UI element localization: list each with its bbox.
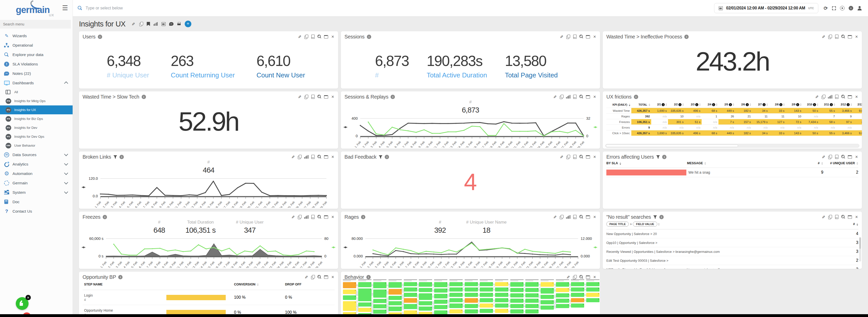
close-icon[interactable] <box>854 34 859 39</box>
sidebar-item-dashboards[interactable]: Dashboards <box>0 78 72 88</box>
window-icon[interactable] <box>586 34 590 39</box>
sidebar-search-input[interactable] <box>0 20 71 29</box>
pencil-icon[interactable] <box>304 275 309 279</box>
sidebar-item-doc[interactable]: Doc <box>0 197 72 207</box>
csv-icon[interactable] <box>311 215 315 219</box>
pencil-icon[interactable] <box>821 215 826 219</box>
refresh-icon[interactable] <box>824 6 828 10</box>
copy-icon[interactable] <box>566 155 570 159</box>
zoom-icon[interactable]: + <box>579 94 584 99</box>
window-icon[interactable] <box>586 155 590 159</box>
csv-icon[interactable] <box>311 155 315 159</box>
feedback-close-icon[interactable]: ✕ <box>26 295 31 300</box>
day-header[interactable]: 2/9 i <box>786 101 803 108</box>
column-header[interactable]: # UNIQUE USER <box>823 161 858 165</box>
zoom-icon[interactable]: + <box>317 94 322 99</box>
day-header[interactable]: 2/4 i <box>702 101 718 108</box>
zoom-icon[interactable]: + <box>841 94 845 99</box>
copy-icon[interactable] <box>821 94 826 99</box>
zoom-icon[interactable]: + <box>579 275 584 279</box>
sidebar-item-system[interactable]: System <box>0 188 72 197</box>
chevron-down-icon[interactable] <box>64 190 68 194</box>
comment-dark-icon[interactable] <box>169 22 174 26</box>
window-icon[interactable] <box>848 215 852 219</box>
printer-icon[interactable] <box>177 22 181 26</box>
zoom-icon[interactable]: + <box>841 215 845 219</box>
pencil-icon[interactable] <box>297 34 302 39</box>
copy-icon[interactable] <box>304 94 309 99</box>
fullscreen-icon[interactable] <box>832 6 836 10</box>
close-icon[interactable] <box>854 215 859 219</box>
pencil-icon[interactable] <box>559 155 564 159</box>
info-icon[interactable] <box>367 35 371 39</box>
sidebar-item-all[interactable]: All <box>0 88 72 96</box>
bars-icon[interactable] <box>153 22 158 26</box>
bars-icon[interactable] <box>304 155 309 159</box>
total-header[interactable]: TOTAL <box>631 101 651 108</box>
info-icon[interactable] <box>103 215 107 219</box>
sidebar-item-analytics[interactable]: Analytics <box>0 159 72 169</box>
sidebar-item-insights-for-dev[interactable]: IFDInsights for Dev <box>0 123 72 132</box>
close-icon[interactable] <box>331 155 335 159</box>
sidebar-item-automation[interactable]: Automation <box>0 169 72 178</box>
sidebar-item-insights-for-dev-ops[interactable]: IFDInsights for Dev Ops <box>0 132 72 141</box>
pencil-icon[interactable] <box>131 22 135 26</box>
sidebar-item-user-behavior[interactable]: UBEUser Behavior <box>0 141 72 150</box>
copy-icon[interactable] <box>828 215 832 219</box>
filter-icon[interactable] <box>379 155 382 159</box>
day-header[interactable]: 2/2 i <box>668 101 685 108</box>
pencil-icon[interactable] <box>559 34 564 39</box>
close-icon[interactable] <box>592 275 597 279</box>
copy-icon[interactable] <box>297 215 302 219</box>
window-icon[interactable] <box>324 155 329 159</box>
copy-icon[interactable] <box>828 155 832 159</box>
close-icon[interactable] <box>592 34 597 39</box>
csv-icon[interactable] <box>572 34 577 39</box>
info-icon[interactable] <box>142 95 146 99</box>
sidebar-item-insights-for-ux[interactable]: IFUInsights for UX <box>0 105 72 114</box>
chevron-down-icon[interactable] <box>64 171 68 175</box>
csv-icon[interactable] <box>834 215 839 219</box>
column-header[interactable]: STEP NAME <box>83 282 165 287</box>
user-icon[interactable] <box>857 6 862 10</box>
sort-icon[interactable] <box>658 223 660 226</box>
pencil-icon[interactable] <box>821 34 826 39</box>
list-item[interactable]: New Opportunity | Salesforce > 204 <box>606 229 858 238</box>
zoom-icon[interactable]: + <box>579 155 584 159</box>
zoom-icon[interactable]: + <box>317 155 322 159</box>
chevron-down-icon[interactable] <box>64 152 68 156</box>
list-item[interactable]: YOPmail - Disposable Email Address - Ano… <box>606 265 858 269</box>
filter-icon[interactable] <box>653 215 657 219</box>
info-icon[interactable] <box>118 275 123 279</box>
window-icon[interactable] <box>324 34 329 39</box>
window-icon[interactable] <box>324 215 329 219</box>
count-header[interactable]: # <box>853 222 858 226</box>
window-icon[interactable] <box>586 275 590 279</box>
pencil-icon[interactable] <box>297 94 302 99</box>
bars-icon[interactable] <box>304 215 309 219</box>
day-header[interactable]: 2/3 i <box>685 101 702 108</box>
window-icon[interactable] <box>324 94 329 99</box>
sidebar-item-notes-22-[interactable]: Notes (22) <box>0 69 72 78</box>
column-header[interactable]: CONVERSION <box>232 282 284 287</box>
sidebar-item-data-sources[interactable]: Data Sources <box>0 150 72 159</box>
window-icon[interactable] <box>848 34 852 39</box>
info-filled-icon[interactable] <box>849 6 853 10</box>
window-icon[interactable] <box>586 215 590 219</box>
info-icon[interactable] <box>361 215 365 219</box>
chevron-up-icon[interactable] <box>64 82 68 86</box>
csv-icon[interactable] <box>311 34 315 39</box>
csv-icon[interactable] <box>834 155 839 159</box>
day-header[interactable]: 2/8 i <box>769 101 786 108</box>
zoom-icon[interactable]: + <box>841 155 845 159</box>
copy-icon[interactable] <box>304 34 309 39</box>
close-icon[interactable] <box>331 275 335 279</box>
list-item[interactable]: Edit Test Opportunity 00003 | Salesforce… <box>606 256 858 265</box>
day-header[interactable]: 2/13 i <box>853 101 862 108</box>
zoom-icon[interactable]: + <box>579 215 584 219</box>
sidebar-item-insights-for-biz-ops[interactable]: IFBInsights for Biz Ops <box>0 114 72 123</box>
zoom-icon[interactable]: + <box>317 34 322 39</box>
sidebar-item-operational[interactable]: Operational <box>0 40 72 50</box>
pencil-icon[interactable] <box>553 94 557 99</box>
zoom-icon[interactable]: + <box>579 34 584 39</box>
